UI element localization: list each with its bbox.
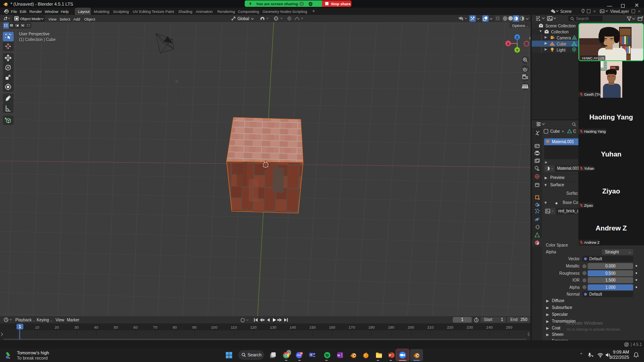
svg-text:T: T bbox=[310, 353, 312, 357]
svg-text:N: N bbox=[338, 354, 340, 357]
svg-text:X: X bbox=[507, 42, 509, 46]
svg-text:9+: 9+ bbox=[300, 352, 303, 354]
svg-text:Z: Z bbox=[516, 35, 518, 39]
svg-text:P: P bbox=[389, 354, 392, 357]
svg-text:Y: Y bbox=[516, 48, 518, 52]
